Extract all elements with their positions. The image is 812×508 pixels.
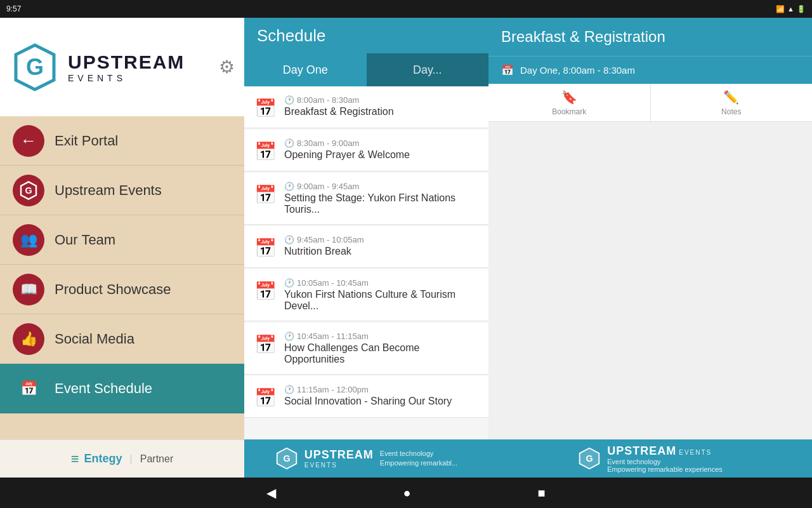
signal-icon: 📶 — [776, 5, 785, 13]
detail-footer-tagline2: Empowering remarkable experiences — [607, 465, 723, 473]
schedule-title: Schedule — [257, 26, 325, 46]
notes-icon: ✏️ — [723, 90, 739, 105]
schedule-footer: G UPSTREAM EVENTS Event technology Empow… — [244, 439, 488, 478]
sidebar-item-our-team[interactable]: 👥 Our Team — [0, 215, 244, 265]
social-media-label: Social Media — [55, 331, 134, 347]
clock-icon-4: 🕐 — [284, 278, 294, 288]
our-team-label: Our Team — [55, 232, 115, 248]
schedule-name-2: Setting the Stage: Yukon First Nations T… — [284, 192, 478, 215]
home-button[interactable]: ● — [403, 486, 410, 500]
schedule-time-3: 🕐 9:45am - 10:05am — [284, 235, 364, 244]
footer-upstream-label: UPSTREAM — [304, 448, 374, 462]
schedule-item-6[interactable]: 📅 🕐 11:15am - 12:00pm Social Innovation … — [244, 376, 488, 418]
status-time: 9:57 — [6, 4, 21, 13]
logo-upstream: UPSTREAM — [68, 51, 185, 73]
calendar-icon-2: 📅 — [254, 184, 277, 205]
schedule-time-1: 🕐 8:30am - 9:00am — [284, 138, 410, 148]
schedule-content-2: 🕐 9:00am - 9:45am Setting the Stage: Yuk… — [284, 182, 478, 215]
schedule-name-5: How Challenges Can Become Opportunities — [284, 342, 478, 365]
calendar-icon-3: 📅 — [254, 237, 277, 258]
sidebar-item-product-showcase[interactable]: 📖 Product Showcase — [0, 265, 244, 314]
footer-events-label: EVENTS — [304, 462, 374, 469]
sidebar-item-upstream-events[interactable]: G Upstream Events — [0, 166, 244, 215]
status-icons: 📶 ▲ 🔋 — [776, 5, 806, 13]
sidebar-item-social-media[interactable]: 👍 Social Media — [0, 314, 244, 364]
entegy-brand: Entegy — [84, 452, 122, 465]
calendar-icon-0: 📅 — [254, 98, 277, 119]
schedule-time-0: 🕐 8:00am - 8:30am — [284, 95, 394, 105]
schedule-item-4[interactable]: 📅 🕐 10:05am - 10:45am Yukon First Nation… — [244, 269, 488, 321]
clock-icon-6: 🕐 — [284, 385, 294, 394]
schedule-time-5: 🕐 10:45am - 11:15am — [284, 331, 478, 341]
our-team-icon: 👥 — [13, 224, 44, 256]
schedule-name-6: Social Innovation - Sharing Our Story — [284, 396, 452, 407]
detail-footer: G UPSTREAM EVENTS Event technology Empow… — [488, 439, 812, 478]
schedule-item-1[interactable]: 📅 🕐 8:30am - 9:00am Opening Prayer & Wel… — [244, 130, 488, 171]
sidebar-header: G UPSTREAM EVENTS ⚙ — [0, 18, 244, 116]
calendar-icon-1: 📅 — [254, 141, 277, 162]
clock-icon-0: 🕐 — [284, 95, 294, 105]
back-button[interactable]: ◀ — [266, 485, 276, 500]
schedule-name-0: Breakfast & Registration — [284, 106, 394, 117]
logo-icon: G — [10, 42, 60, 93]
sidebar-item-exit-portal[interactable]: ← Exit Portal — [0, 116, 244, 166]
schedule-item-2[interactable]: 📅 🕐 9:00am - 9:45am Setting the Stage: Y… — [244, 173, 488, 225]
calendar-icon-6: 📅 — [254, 387, 277, 408]
detail-footer-tagline1: Event technology — [607, 458, 723, 465]
entegy-icon: ≡ — [71, 451, 79, 467]
svg-text:G: G — [26, 54, 44, 80]
schedule-name-1: Opening Prayer & Welcome — [284, 149, 410, 161]
clock-icon-3: 🕐 — [284, 235, 294, 244]
recent-button[interactable]: ■ — [538, 486, 546, 500]
schedule-content-6: 🕐 11:15am - 12:00pm Social Innovation - … — [284, 385, 452, 407]
nav-bar: ◀ ● ■ — [0, 478, 812, 508]
clock-icon-5: 🕐 — [284, 331, 294, 341]
detail-title: Breakfast & Registration — [501, 28, 665, 46]
time-display: 9:57 — [6, 4, 21, 13]
detail-footer-logo-icon: G — [578, 447, 601, 470]
detail-content — [488, 122, 812, 439]
notes-label: Notes — [721, 107, 741, 116]
entegy-role: Partner — [140, 453, 173, 465]
app-logo: G UPSTREAM EVENTS — [10, 42, 185, 93]
settings-icon[interactable]: ⚙ — [219, 57, 235, 77]
schedule-content-0: 🕐 8:00am - 8:30am Breakfast & Registrati… — [284, 95, 394, 117]
svg-text:G: G — [25, 185, 32, 195]
svg-text:G: G — [283, 453, 290, 464]
notes-button[interactable]: ✏️ Notes — [651, 84, 813, 121]
clock-icon-1: 🕐 — [284, 138, 294, 148]
schedule-content-5: 🕐 10:45am - 11:15am How Challenges Can B… — [284, 331, 478, 365]
schedule-name-3: Nutrition Break — [284, 246, 364, 257]
bookmark-button[interactable]: 🔖 Bookmark — [488, 84, 651, 121]
svg-text:G: G — [586, 453, 593, 464]
schedule-item-3[interactable]: 📅 🕐 9:45am - 10:05am Nutrition Break — [244, 226, 488, 268]
schedule-time-6: 🕐 11:15am - 12:00pm — [284, 385, 452, 394]
detail-panel: Breakfast & Registration 📅 Day One, 8:00… — [488, 18, 812, 478]
event-schedule-label: Event Schedule — [55, 380, 152, 397]
sidebar-footer: ≡ Entegy | Partner — [0, 439, 244, 478]
detail-footer-upstream: UPSTREAM — [607, 444, 676, 458]
product-showcase-label: Product Showcase — [55, 281, 171, 298]
detail-subheader: 📅 Day One, 8:00am - 8:30am — [488, 56, 812, 84]
schedule-footer-tagline: Event technology Empowering remarkabl... — [380, 449, 457, 469]
schedule-content-3: 🕐 9:45am - 10:05am Nutrition Break — [284, 235, 364, 257]
tab-day-one[interactable]: Day One — [244, 53, 367, 86]
tab-day-two-label: Day... — [413, 64, 442, 77]
status-bar: 9:57 📶 ▲ 🔋 — [0, 0, 812, 18]
wifi-icon: ▲ — [787, 5, 794, 13]
schedule-header: Schedule — [244, 18, 488, 53]
schedule-item-5[interactable]: 📅 🕐 10:45am - 11:15am How Challenges Can… — [244, 323, 488, 375]
schedule-item-0[interactable]: 📅 🕐 8:00am - 8:30am Breakfast & Registra… — [244, 86, 488, 128]
logo-events: EVENTS — [68, 73, 185, 83]
sidebar-item-event-schedule[interactable]: 📅 Event Schedule — [0, 364, 244, 413]
detail-datetime: Day One, 8:00am - 8:30am — [520, 65, 635, 76]
social-media-icon: 👍 — [13, 323, 44, 355]
schedule-time-2: 🕐 9:00am - 9:45am — [284, 182, 478, 191]
schedule-panel: Schedule Day One Day... 📅 🕐 8:00am - 8:3… — [244, 18, 488, 478]
tab-day-two[interactable]: Day... — [367, 53, 489, 86]
event-schedule-icon: 📅 — [13, 373, 44, 404]
detail-footer-text: UPSTREAM EVENTS Event technology Empower… — [607, 444, 723, 473]
calendar-icon-4: 📅 — [254, 281, 277, 302]
detail-actions: 🔖 Bookmark ✏️ Notes — [488, 84, 812, 122]
calendar-icon-5: 📅 — [254, 334, 277, 355]
